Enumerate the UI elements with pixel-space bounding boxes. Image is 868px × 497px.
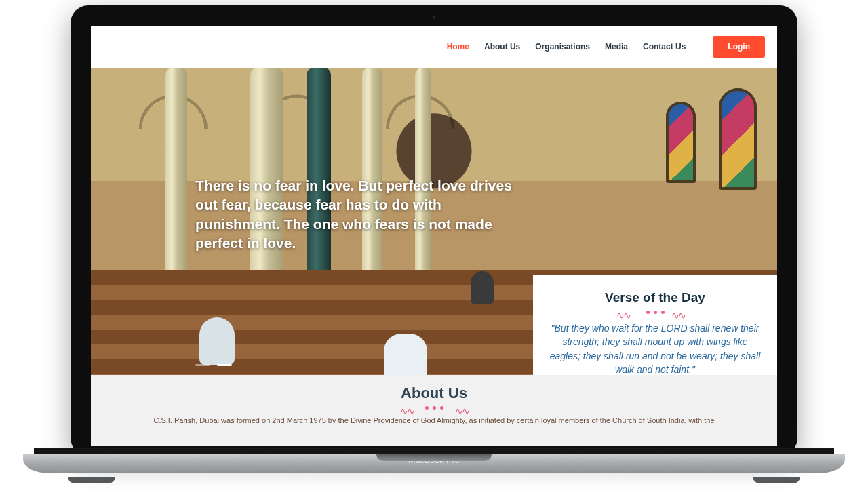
about-us-section: About Us C.S.I. Parish, Dubai was formed… (91, 375, 777, 446)
laptop-foot (68, 477, 115, 483)
laptop-bezel: Home About Us Organisations Media Contac… (71, 5, 797, 456)
verse-text: "But they who wait for the LORD shall re… (548, 321, 762, 376)
laptop-screen: Home About Us Organisations Media Contac… (91, 26, 777, 446)
carousel-dot[interactable] (195, 364, 210, 366)
trackpad-notch (376, 454, 492, 461)
carousel-dot-active[interactable] (217, 364, 232, 366)
squiggle-icon (450, 405, 473, 410)
laptop-mockup: Home About Us Organisations Media Contac… (0, 0, 868, 497)
stained-glass-window (666, 102, 696, 183)
laptop-foot (753, 477, 800, 483)
squiggle-icon (395, 405, 418, 410)
about-body: C.S.I. Parish, Dubai was formed on 2nd M… (91, 416, 777, 426)
hero-section: There is no fear in love. But perfect lo… (91, 68, 777, 446)
divider-dots (425, 406, 443, 410)
divider-dots (646, 311, 665, 314)
hero-quote: There is no fear in love. But perfect lo… (195, 176, 521, 253)
divider-ornament (91, 405, 777, 410)
squiggle-icon (616, 309, 639, 315)
seated-person (471, 271, 494, 304)
nav-about-us[interactable]: About Us (484, 42, 520, 52)
stained-glass-window (719, 88, 757, 190)
squiggle-icon (671, 309, 694, 315)
nav-media[interactable]: Media (605, 42, 628, 52)
carousel-indicators (195, 364, 232, 366)
seated-person (199, 317, 235, 365)
about-heading: About Us (91, 384, 777, 402)
website: Home About Us Organisations Media Contac… (91, 26, 777, 446)
login-button[interactable]: Login (713, 36, 765, 58)
divider-ornament (548, 309, 762, 315)
top-navbar: Home About Us Organisations Media Contac… (91, 26, 777, 68)
nav-organisations[interactable]: Organisations (535, 42, 590, 52)
nav-home[interactable]: Home (447, 42, 469, 52)
main-nav: Home About Us Organisations Media Contac… (447, 36, 765, 58)
verse-heading: Verse of the Day (548, 290, 762, 305)
nav-contact-us[interactable]: Contact Us (643, 42, 686, 52)
